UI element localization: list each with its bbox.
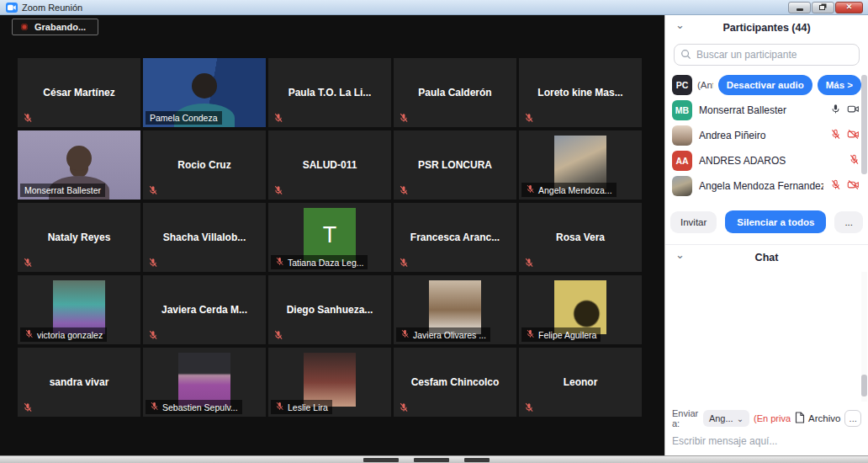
- video-tile[interactable]: Diego Sanhueza...: [268, 275, 391, 344]
- participants-more-button[interactable]: ...: [834, 211, 863, 233]
- more-button[interactable]: Más >: [818, 75, 861, 95]
- video-tile[interactable]: PSR LONCURA: [394, 130, 516, 200]
- mic-muted-icon: [399, 113, 409, 123]
- video-tile[interactable]: Paula Calderón: [394, 58, 516, 127]
- participant-name-label: Felipe Aguilera: [521, 327, 601, 342]
- mic-muted-icon: [849, 154, 860, 168]
- close-button[interactable]: ✕: [835, 2, 863, 13]
- search-input[interactable]: [674, 44, 860, 66]
- avatar-photo: [672, 125, 692, 146]
- mute-all-button[interactable]: Silenciar a todos: [725, 210, 826, 233]
- mic-muted-icon: [524, 113, 534, 123]
- zoom-meeting-window: Zoom Reunión ✕ Grabando... César Martíne…: [0, 0, 868, 463]
- minimize-button[interactable]: [788, 2, 811, 13]
- recipient-dropdown[interactable]: Ang... ⌄: [703, 410, 749, 427]
- participant-row[interactable]: Angela Mendoza Fernandez: [665, 173, 868, 199]
- participant-name: Loreto kine Mas...: [532, 87, 627, 98]
- video-tile[interactable]: Loreto kine Mas...: [519, 58, 642, 127]
- file-button[interactable]: Archivo: [795, 412, 840, 425]
- avatar-photo: [672, 176, 692, 196]
- participant-name: Paula Calderón: [413, 87, 496, 98]
- mic-on-icon: [830, 104, 841, 117]
- video-tile[interactable]: César Martínez: [18, 58, 140, 127]
- restore-icon: [819, 5, 825, 10]
- taskbar-peek-item: [363, 458, 399, 462]
- mic-muted-icon: [148, 185, 158, 195]
- participant-name: sandra vivar: [45, 376, 114, 388]
- video-off-icon: [847, 129, 860, 142]
- participant-name: Rosa Vera: [551, 232, 610, 243]
- mic-muted-icon: [148, 258, 158, 268]
- video-tile[interactable]: Nataly Reyes: [18, 203, 140, 272]
- chat-more-button[interactable]: ...: [844, 410, 861, 427]
- video-tile[interactable]: Rocio Cruz: [143, 130, 266, 200]
- mic-muted-icon: [23, 258, 33, 268]
- mic-muted-icon: [399, 402, 409, 412]
- video-on-icon: [847, 104, 860, 117]
- recipient-value: Ang...: [709, 413, 733, 423]
- participant-row[interactable]: AA ANDRES ADAROS: [665, 148, 868, 173]
- participant-name: Shacha Villalob...: [158, 232, 251, 243]
- participant-name: Rocio Cruz: [172, 159, 236, 171]
- message-input[interactable]: [672, 435, 861, 447]
- avatar: MB: [672, 100, 692, 120]
- mic-muted-icon: [399, 185, 409, 195]
- participant-media: T: [304, 208, 356, 262]
- video-tile[interactable]: Cesfam Chincolco: [394, 348, 516, 417]
- participant-row-host[interactable]: PC (Anfitrió Desactivar audio Más >: [665, 72, 868, 98]
- video-tile[interactable]: Leslie Lira: [268, 348, 391, 417]
- participant-name: Paula T.O. La Li...: [283, 87, 377, 98]
- unmute-audio-button[interactable]: Desactivar audio: [718, 75, 812, 95]
- participant-name: PSR LONCURA: [413, 159, 497, 171]
- restore-button[interactable]: [812, 2, 834, 13]
- window-title: Zoom Reunión: [22, 3, 82, 13]
- video-tile[interactable]: Sebastien Sepulv...: [143, 348, 266, 417]
- mic-muted-icon: [400, 329, 410, 340]
- mic-muted-icon: [150, 402, 159, 412]
- video-tile[interactable]: Javiera Olivares ...: [394, 275, 516, 344]
- chevron-down-icon[interactable]: ⌄: [675, 19, 685, 31]
- participant-name: SALUD-011: [298, 159, 363, 171]
- mic-muted-icon: [23, 113, 33, 123]
- video-tile[interactable]: Monserrat Ballester: [18, 130, 140, 200]
- video-tile[interactable]: victoria gonzalez: [18, 275, 140, 344]
- chat-messages: [665, 270, 868, 403]
- video-tile[interactable]: Rosa Vera: [519, 203, 642, 272]
- video-tile[interactable]: Pamela Condeza: [143, 58, 266, 127]
- invite-button[interactable]: Invitar: [670, 211, 717, 233]
- mic-muted-icon: [275, 402, 284, 412]
- video-tile[interactable]: Shacha Villalob...: [143, 203, 266, 272]
- participants-actions: Invitar Silenciar a todos ...: [665, 210, 868, 233]
- video-tile[interactable]: Leonor: [519, 348, 642, 417]
- video-tile[interactable]: Angela Mendoza...: [519, 130, 642, 200]
- file-label: Archivo: [808, 413, 840, 423]
- zoom-app-icon: [6, 3, 18, 13]
- video-tile[interactable]: Francesca Aranc...: [394, 203, 516, 272]
- taskbar-peek-item: [414, 458, 449, 462]
- participant-name: César Martínez: [38, 87, 119, 98]
- video-tile[interactable]: Paula T.O. La Li...: [268, 58, 391, 127]
- chevron-down-icon[interactable]: ⌄: [675, 248, 685, 261]
- participant-media: [554, 280, 606, 334]
- mic-muted-icon: [830, 179, 841, 193]
- video-tile[interactable]: SALUD-011: [268, 130, 391, 200]
- video-tile[interactable]: Javiera Cerda M...: [143, 275, 266, 344]
- mic-muted-icon: [148, 330, 158, 340]
- video-tile[interactable]: T Tatiana Daza Leg...: [268, 203, 391, 272]
- titlebar: Zoom Reunión ✕: [0, 0, 868, 15]
- video-tile[interactable]: Felipe Aguilera: [519, 275, 642, 344]
- video-tile[interactable]: sandra vivar: [18, 348, 140, 417]
- recording-label: Grabando...: [34, 22, 86, 32]
- participant-row[interactable]: Andrea Piñeiro: [665, 123, 868, 148]
- participant-name-label: Angela Mendoza...: [521, 183, 617, 197]
- send-to-label: Enviar a:: [672, 408, 699, 428]
- sidebar: ⌄ Participantes (44) PC (Anfitrió Desact…: [664, 15, 868, 455]
- close-icon: ✕: [846, 3, 853, 11]
- avatar: PC: [672, 75, 692, 95]
- chat-scrollbar[interactable]: [861, 375, 867, 396]
- window-bottom-edge: [0, 455, 868, 463]
- participant-name: Nataly Reyes: [43, 232, 116, 243]
- participants-scrollbar[interactable]: [861, 75, 867, 174]
- participant-name: Andrea Piñeiro: [699, 130, 823, 141]
- participant-row[interactable]: MB Monserrat Ballester: [665, 98, 868, 123]
